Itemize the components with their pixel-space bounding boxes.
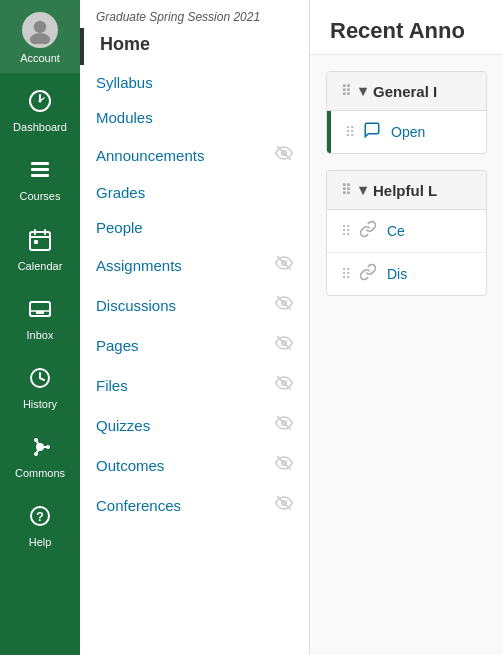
sidebar-item-announcements[interactable]: Announcements bbox=[80, 135, 309, 175]
course-sidebar: Graduate Spring Session 2021 Home Syllab… bbox=[80, 0, 310, 655]
sidebar-item-grades[interactable]: Grades bbox=[80, 175, 309, 210]
course-name: Graduate Spring Session 2021 bbox=[80, 0, 309, 28]
sidebar-link-outcomes[interactable]: Outcomes bbox=[96, 457, 275, 474]
sidebar-item-quizzes[interactable]: Quizzes bbox=[80, 405, 309, 445]
sidebar-link-conferences[interactable]: Conferences bbox=[96, 497, 275, 514]
nav-label-commons: Commons bbox=[15, 467, 65, 480]
svg-rect-7 bbox=[30, 232, 50, 250]
nav-item-dashboard[interactable]: Dashboard bbox=[0, 73, 80, 142]
module-group-header-helpful[interactable]: ⠿ ▾ Helpful L bbox=[327, 171, 486, 210]
drag-handle: ⠿ bbox=[345, 124, 355, 140]
inbox-icon bbox=[24, 293, 56, 325]
sidebar-link-announcements[interactable]: Announcements bbox=[96, 147, 275, 164]
sidebar-link-syllabus[interactable]: Syllabus bbox=[96, 74, 293, 91]
nav-item-inbox[interactable]: Inbox bbox=[0, 281, 80, 350]
announcement-icon bbox=[363, 121, 381, 143]
avatar bbox=[22, 12, 58, 48]
visibility-icon[interactable] bbox=[275, 454, 293, 476]
nav-item-account[interactable]: Account bbox=[0, 0, 80, 73]
main-content: Recent Anno ⠿ ▾ General I ⠿ Open ⠿ ▾ Hel… bbox=[310, 0, 503, 655]
history-icon bbox=[24, 362, 56, 394]
link-icon bbox=[359, 220, 377, 242]
sidebar-link-files[interactable]: Files bbox=[96, 377, 275, 394]
svg-point-3 bbox=[39, 100, 42, 103]
sidebar-link-modules[interactable]: Modules bbox=[96, 109, 293, 126]
nav-label-inbox: Inbox bbox=[27, 329, 54, 342]
svg-point-18 bbox=[34, 438, 38, 442]
nav-label-help: Help bbox=[29, 536, 52, 549]
svg-rect-14 bbox=[36, 311, 44, 314]
drag-handle: ⠿ bbox=[341, 182, 351, 198]
chevron-icon: ▾ bbox=[359, 181, 367, 199]
sidebar-link-discussions[interactable]: Discussions bbox=[96, 297, 275, 314]
nav-label-calendar: Calendar bbox=[18, 260, 63, 273]
module-item-dis[interactable]: ⠿ Dis bbox=[327, 253, 486, 295]
item-label-ce: Ce bbox=[387, 223, 405, 239]
visibility-icon[interactable] bbox=[275, 494, 293, 516]
calendar-icon bbox=[24, 224, 56, 256]
sidebar-item-modules[interactable]: Modules bbox=[80, 100, 309, 135]
sidebar-link-grades[interactable]: Grades bbox=[96, 184, 293, 201]
link-icon bbox=[359, 263, 377, 285]
drag-handle: ⠿ bbox=[341, 223, 351, 239]
sidebar-link-quizzes[interactable]: Quizzes bbox=[96, 417, 275, 434]
item-label-dis: Dis bbox=[387, 266, 407, 282]
svg-rect-4 bbox=[31, 162, 49, 165]
nav-label-courses: Courses bbox=[20, 190, 61, 203]
svg-rect-6 bbox=[31, 174, 49, 177]
sidebar-link-assignments[interactable]: Assignments bbox=[96, 257, 275, 274]
item-label-open: Open bbox=[391, 124, 425, 140]
sidebar-home-link[interactable]: Home bbox=[80, 28, 309, 65]
visibility-icon[interactable] bbox=[275, 294, 293, 316]
sidebar-item-assignments[interactable]: Assignments bbox=[80, 245, 309, 285]
module-group-title: General I bbox=[373, 83, 437, 100]
nav-item-commons[interactable]: Commons bbox=[0, 419, 80, 488]
module-item-open[interactable]: ⠿ Open bbox=[327, 111, 486, 153]
sidebar-item-discussions[interactable]: Discussions bbox=[80, 285, 309, 325]
module-group-title: Helpful L bbox=[373, 182, 437, 199]
dashboard-icon bbox=[24, 85, 56, 117]
svg-rect-5 bbox=[31, 168, 49, 171]
visibility-icon[interactable] bbox=[275, 144, 293, 166]
module-group-helpful: ⠿ ▾ Helpful L ⠿ Ce ⠿ Dis bbox=[326, 170, 487, 296]
help-icon: ? bbox=[24, 500, 56, 532]
sidebar-item-outcomes[interactable]: Outcomes bbox=[80, 445, 309, 485]
svg-point-0 bbox=[34, 21, 46, 33]
nav-item-history[interactable]: History bbox=[0, 350, 80, 419]
chevron-icon: ▾ bbox=[359, 82, 367, 100]
svg-rect-11 bbox=[34, 240, 38, 244]
left-navigation: Account Dashboard Courses bbox=[0, 0, 80, 655]
sidebar-item-files[interactable]: Files bbox=[80, 365, 309, 405]
sidebar-item-syllabus[interactable]: Syllabus bbox=[80, 65, 309, 100]
visibility-icon[interactable] bbox=[275, 374, 293, 396]
svg-text:?: ? bbox=[36, 509, 44, 524]
svg-point-19 bbox=[34, 452, 38, 456]
svg-point-17 bbox=[46, 445, 50, 449]
nav-item-help[interactable]: ? Help bbox=[0, 488, 80, 557]
drag-handle: ⠿ bbox=[341, 83, 351, 99]
sidebar-menu: SyllabusModulesAnnouncements GradesPeopl… bbox=[80, 65, 309, 655]
visibility-icon[interactable] bbox=[275, 414, 293, 436]
nav-item-courses[interactable]: Courses bbox=[0, 142, 80, 211]
sidebar-item-conferences[interactable]: Conferences bbox=[80, 485, 309, 525]
sidebar-item-pages[interactable]: Pages bbox=[80, 325, 309, 365]
sidebar-item-people[interactable]: People bbox=[80, 210, 309, 245]
nav-label-history: History bbox=[23, 398, 57, 411]
sidebar-link-people[interactable]: People bbox=[96, 219, 293, 236]
nav-label-dashboard: Dashboard bbox=[13, 121, 67, 134]
module-group-general: ⠿ ▾ General I ⠿ Open bbox=[326, 71, 487, 154]
visibility-icon[interactable] bbox=[275, 334, 293, 356]
module-item-ce[interactable]: ⠿ Ce bbox=[327, 210, 486, 253]
visibility-icon[interactable] bbox=[275, 254, 293, 276]
main-header: Recent Anno bbox=[310, 0, 503, 55]
nav-item-calendar[interactable]: Calendar bbox=[0, 212, 80, 281]
nav-label-account: Account bbox=[20, 52, 60, 65]
sidebar-link-pages[interactable]: Pages bbox=[96, 337, 275, 354]
commons-icon bbox=[24, 431, 56, 463]
courses-icon bbox=[24, 154, 56, 186]
module-group-header-general[interactable]: ⠿ ▾ General I bbox=[327, 72, 486, 111]
drag-handle: ⠿ bbox=[341, 266, 351, 282]
svg-point-1 bbox=[30, 33, 50, 44]
page-title: Recent Anno bbox=[330, 18, 483, 44]
content-area: ⠿ ▾ General I ⠿ Open ⠿ ▾ Helpful L ⠿ Ce … bbox=[310, 55, 503, 655]
